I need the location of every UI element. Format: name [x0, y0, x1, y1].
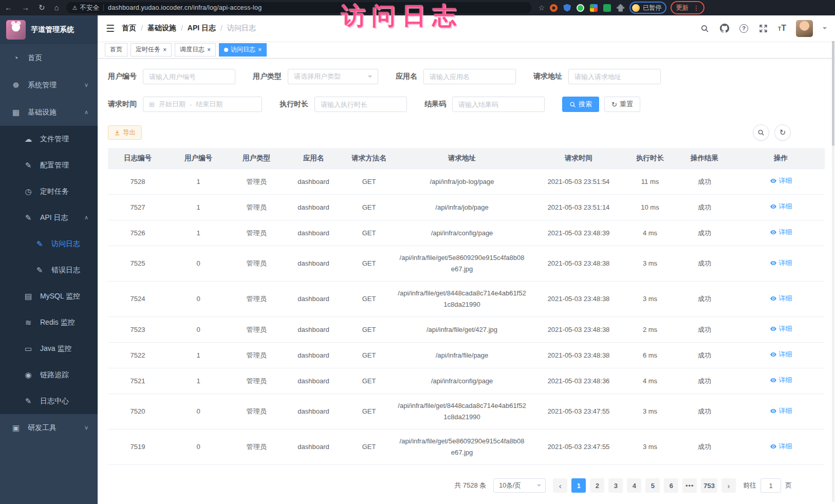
table-row: 75200管理员dashboardGET/api/infra/file/get/… — [108, 394, 825, 430]
puzzle-extensions-icon[interactable] — [617, 4, 624, 12]
search-icon[interactable] — [700, 24, 710, 33]
column-header: 日志编号 — [108, 148, 168, 169]
refresh-button[interactable]: ↻ — [774, 124, 791, 141]
sidebar-item[interactable]: ✎错误日志 — [0, 257, 98, 283]
browser-forward-icon[interactable]: → — [22, 0, 29, 15]
view-tab[interactable]: 访问日志× — [219, 43, 267, 57]
detail-link[interactable]: 详细 — [770, 375, 792, 386]
chevron-down-icon[interactable] — [823, 27, 827, 31]
detail-link[interactable]: 详细 — [770, 257, 792, 269]
extension-icon[interactable] — [590, 4, 598, 12]
action-cell: 详细 — [737, 246, 825, 282]
page-number-button[interactable]: 5 — [645, 478, 660, 493]
browser-profile-chip[interactable]: 已暂停 — [629, 2, 666, 14]
detail-link[interactable]: 详细 — [770, 441, 792, 452]
sidebar-item[interactable]: ◔首页 — [0, 44, 98, 71]
view-tab[interactable]: 调度日志× — [175, 43, 216, 57]
breadcrumb-item[interactable]: 基础设施 — [147, 24, 176, 33]
user-avatar[interactable] — [796, 20, 813, 37]
detail-link[interactable]: 详细 — [770, 405, 792, 417]
active-tab-dot — [224, 48, 228, 52]
app-name-cell: dashboard — [284, 430, 343, 465]
sidebar-item[interactable]: ▦基础设施∧ — [0, 99, 98, 126]
browser-home-icon[interactable]: ⌂ — [54, 0, 59, 15]
extension-icon[interactable] — [563, 4, 571, 12]
detail-link[interactable]: 详细 — [770, 201, 792, 212]
redis-icon: ≋ — [23, 318, 34, 327]
browser-reload-icon[interactable]: ↻ — [39, 0, 45, 15]
scrollbar[interactable] — [832, 33, 834, 502]
prev-page-button[interactable]: ‹ — [553, 478, 567, 493]
detail-label: 详细 — [779, 175, 792, 186]
address-bar[interactable]: ⚠ 不安全 dashboard.yudao.iocoder.cn/infra/l… — [66, 2, 531, 13]
duration-input[interactable] — [314, 97, 407, 112]
browser-back-icon[interactable]: ← — [5, 0, 12, 15]
tab-close-icon[interactable]: × — [258, 47, 262, 53]
hamburger-icon[interactable]: ☰ — [106, 23, 115, 34]
help-icon[interactable]: ? — [739, 24, 749, 33]
sidebar-item-label: 配置管理 — [40, 161, 69, 170]
not-secure-label: 不安全 — [80, 4, 100, 12]
search-button[interactable]: 搜索 — [562, 97, 599, 112]
table-row: 75271管理员dashboardGET/api/infra/job/page2… — [108, 195, 825, 220]
view-tab[interactable]: 定时任务× — [131, 43, 172, 57]
sidebar-item[interactable]: ✎配置管理 — [0, 152, 98, 178]
breadcrumb-item[interactable]: API 日志 — [188, 24, 216, 33]
fullscreen-icon[interactable] — [758, 24, 768, 33]
app-logo[interactable]: 芋道管理系统 — [0, 15, 98, 44]
sidebar-item[interactable]: ▤MySQL 监控 — [0, 283, 98, 309]
sidebar-item[interactable]: ✎日志中心 — [0, 388, 98, 414]
sidebar-item[interactable]: ≋Redis 监控 — [0, 309, 98, 335]
sidebar-item[interactable]: ◉链路追踪 — [0, 362, 98, 388]
app-name-input[interactable] — [423, 69, 516, 84]
result-code-input[interactable] — [452, 97, 545, 112]
export-button[interactable]: 导出 — [108, 125, 142, 140]
toggle-search-button[interactable] — [753, 124, 769, 141]
browser-update-button[interactable]: 更新 ⋮ — [671, 1, 704, 14]
font-size-icon[interactable]: TT — [778, 24, 786, 33]
request-url-input[interactable] — [568, 69, 661, 84]
sidebar-item[interactable]: ▭Java 监控 — [0, 335, 98, 362]
more-pages-button[interactable]: ••• — [682, 478, 697, 493]
detail-link[interactable]: 详细 — [770, 227, 792, 238]
browser-menu-icon[interactable]: ⋮ — [693, 4, 699, 12]
detail-link[interactable]: 详细 — [770, 175, 792, 186]
page-number-button[interactable]: 753 — [701, 478, 717, 493]
detail-link[interactable]: 详细 — [770, 293, 792, 304]
sidebar-item[interactable]: ◷定时任务 — [0, 178, 98, 204]
page-number-button[interactable]: 2 — [590, 478, 604, 493]
goto-page-input[interactable] — [760, 478, 781, 493]
sidebar-item[interactable]: ✎API 日志∧ — [0, 204, 98, 231]
scrollbar-thumb[interactable] — [832, 33, 834, 146]
breadcrumb-item[interactable]: 首页 — [122, 24, 136, 33]
github-icon[interactable] — [719, 24, 729, 33]
reset-button[interactable]: ↻ 重置 — [604, 97, 640, 112]
tab-close-icon[interactable]: × — [163, 47, 166, 53]
timer-icon: ◷ — [23, 187, 34, 196]
reset-button-label: 重置 — [620, 100, 633, 109]
extension-icon[interactable] — [550, 4, 558, 12]
sidebar-item[interactable]: ☸系统管理∨ — [0, 71, 98, 99]
page-number-button[interactable]: 1 — [571, 478, 586, 493]
extension-icon[interactable] — [577, 4, 584, 12]
page-number-button[interactable]: 3 — [608, 478, 623, 493]
tab-close-icon[interactable]: × — [207, 47, 211, 53]
sidebar-item[interactable]: ▣研发工具∨ — [0, 414, 98, 441]
next-page-button[interactable]: › — [721, 478, 736, 493]
sidebar-item[interactable]: ✎访问日志 — [0, 231, 98, 257]
user-type-select[interactable]: 请选择用户类型 — [288, 69, 378, 84]
page-number-button[interactable]: 6 — [664, 478, 678, 493]
breadcrumb-separator: / — [220, 24, 222, 32]
detail-link[interactable]: 详细 — [770, 349, 792, 360]
sidebar-item[interactable]: ☁文件管理 — [0, 126, 98, 152]
profile-status-label: 已暂停 — [643, 4, 664, 12]
detail-link[interactable]: 详细 — [770, 323, 792, 334]
sidebar-item-label: 错误日志 — [51, 266, 80, 275]
view-tab[interactable]: 首页 — [105, 43, 127, 57]
page-size-select[interactable]: 10条/页 — [493, 478, 546, 493]
request-time-range-picker[interactable]: ⊞ 开始日期 - 结束日期 — [143, 97, 262, 112]
extension-icon[interactable] — [603, 4, 611, 12]
user-id-input[interactable] — [143, 69, 235, 84]
page-number-button[interactable]: 4 — [627, 478, 641, 493]
bookmark-star-icon[interactable]: ☆ — [539, 4, 545, 12]
